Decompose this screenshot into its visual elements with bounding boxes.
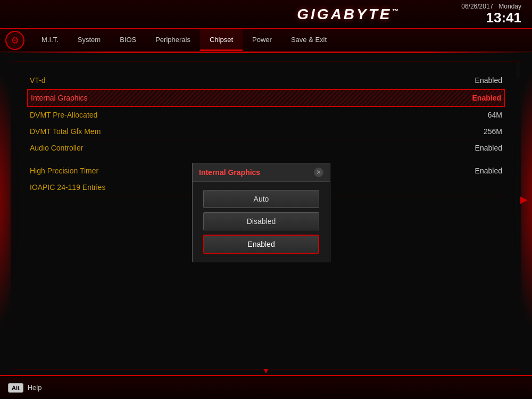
bottom-arrow-icon: ▼ (262, 367, 270, 375)
main-content: VT-d Enabled Internal Graphics Enabled D… (11, 61, 521, 370)
help-label: Help (28, 384, 42, 392)
time-display: 13:41 (461, 10, 521, 26)
setting-value-vtd: Enabled (475, 76, 502, 85)
nav-item-mit[interactable]: M.I.T. (32, 29, 68, 51)
nav-bar: ⚙ M.I.T. System BIOS Peripherals Chipset… (0, 29, 532, 52)
setting-value-audio: Enabled (475, 144, 502, 152)
gigabyte-logo: GIGABYTE (236, 6, 462, 23)
nav-item-bios[interactable]: BIOS (110, 29, 146, 51)
popup-option-disabled[interactable]: Disabled (203, 212, 319, 230)
setting-label-dvmt-pre: DVMT Pre-Allocated (30, 111, 97, 119)
nav-divider (0, 52, 532, 53)
popup-title: Internal Graphics (199, 168, 260, 177)
setting-label-dvmt-total: DVMT Total Gfx Mem (30, 127, 101, 136)
setting-label-internal-graphics: Internal Graphics (31, 94, 88, 102)
nav-item-chipset[interactable]: Chipset (200, 29, 243, 51)
bottom-bar: Alt Help (0, 375, 532, 399)
setting-label-ioapic: IOAPIC 24-119 Entries (30, 183, 105, 192)
setting-row-vtd[interactable]: VT-d Enabled (27, 72, 505, 89)
nav-item-peripherals[interactable]: Peripherals (146, 29, 200, 51)
settings-spacer-1 (27, 156, 505, 163)
date-display: 06/26/2017 Monday (461, 3, 521, 10)
setting-label-hpt: High Precision Timer (30, 167, 98, 175)
setting-row-audio[interactable]: Audio Controller Enabled (27, 140, 505, 156)
gear-icon: ⚙ (5, 31, 24, 50)
nav-item-system[interactable]: System (68, 29, 110, 51)
popup-option-auto[interactable]: Auto (203, 190, 319, 208)
setting-value-internal-graphics: Enabled (472, 94, 501, 102)
datetime-display: 06/26/2017 Monday 13:41 (461, 3, 521, 26)
nav-item-save-exit[interactable]: Save & Exit (281, 29, 336, 51)
setting-row-dvmt-total[interactable]: DVMT Total Gfx Mem 256M (27, 123, 505, 140)
setting-value-dvmt-pre: 64M (488, 111, 502, 119)
alt-key-badge: Alt (8, 383, 23, 393)
setting-label-vtd: VT-d (30, 76, 46, 85)
setting-row-dvmt-pre[interactable]: DVMT Pre-Allocated 64M (27, 107, 505, 123)
nav-item-power[interactable]: Power (243, 29, 281, 51)
popup-header: Internal Graphics ✕ (193, 163, 330, 182)
setting-value-dvmt-total: 256M (484, 127, 502, 136)
setting-value-hpt: Enabled (475, 167, 502, 175)
internal-graphics-popup: Internal Graphics ✕ Auto Disabled Enable… (192, 163, 330, 262)
side-arrow-right-icon: ▶ (520, 194, 528, 205)
popup-close-button[interactable]: ✕ (314, 168, 323, 177)
setting-label-audio: Audio Controller (30, 144, 83, 152)
popup-body: Auto Disabled Enabled (193, 182, 330, 262)
setting-row-internal-graphics[interactable]: Internal Graphics Enabled (27, 89, 505, 107)
popup-option-enabled[interactable]: Enabled (203, 235, 319, 254)
top-bar: GIGABYTE 06/26/2017 Monday 13:41 (0, 0, 532, 29)
